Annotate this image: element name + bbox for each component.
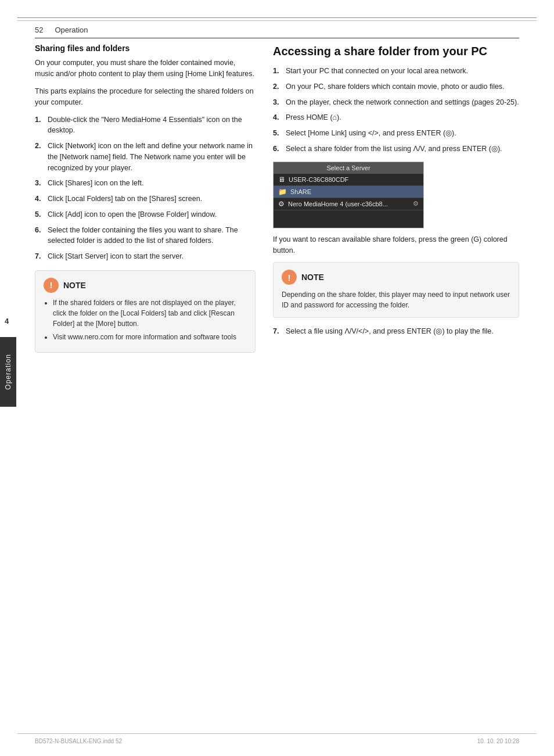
left-step-1-num: 1. [35,114,44,137]
left-step-4-text: Click [Local Folders] tab on the [Shares… [48,194,256,205]
left-column: Sharing files and folders On your comput… [35,44,256,721]
left-note-bullet-2: Visit www.nero.com for more information … [53,332,247,342]
screenshot-row-3-action: ⚙ [413,200,419,207]
page-number: 52 [35,26,43,34]
left-note-icon: ! [44,278,59,293]
screenshot-row-3-label: Nero MediaHome 4 (user-c36cb8... [288,200,388,207]
left-note-header: ! NOTE [44,278,247,293]
left-step-6-num: 6. [35,225,44,247]
screenshot-empty [274,210,423,228]
right-note-text: Depending on the share folder, this play… [282,289,510,310]
left-step-6: 6. Select the folder containing the file… [35,225,256,247]
folder-icon: 📁 [278,188,287,196]
right-step-3: 3. On the player, check the network conn… [273,97,519,108]
left-note-bullet-1: If the shared folders or files are not d… [53,298,247,329]
computer-icon: 🖥 [278,175,285,184]
left-note-bullets: If the shared folders or files are not d… [44,298,247,342]
left-step-5-num: 5. [35,209,44,220]
right-step-4: 4. Press HOME (⌂). [273,112,519,123]
left-step-2-num: 2. [35,141,44,173]
sidebar-label: Operation [4,354,12,390]
bottom-right-text: 10. 10. 20 10:28 [477,738,519,744]
right-step-3-text: On the player, check the network connect… [286,97,519,108]
screenshot-row-2-label: ShARE [290,188,311,195]
page-section-title: Operation [55,26,88,34]
top-border-inner [17,20,537,21]
screenshot-row-1: 🖥 USER-C36C880CDF [274,174,423,186]
right-step-7-text: Select a file using Λ/V/</>, and press E… [286,326,519,337]
right-note-header: ! NOTE [282,270,510,285]
right-step-3-num: 3. [273,97,282,108]
right-step-5-text: Select [Home Link] using </>, and press … [286,128,519,139]
right-step-1: 1. Start your PC that connected on your … [273,66,519,77]
right-step-6: 6. Select a share folder from the list u… [273,144,519,155]
left-step-6-text: Select the folder containing the files y… [48,225,256,247]
left-step-1-text: Double-click the "Nero MediaHome 4 Essen… [48,114,256,137]
left-step-1: 1. Double-click the "Nero MediaHome 4 Es… [35,114,256,137]
left-heading: Sharing files and folders [35,44,256,53]
screenshot-row-3: ⚙ Nero MediaHome 4 (user-c36cb8... ⚙ [274,198,423,210]
right-heading: Accessing a share folder from your PC [273,44,519,59]
right-step-4-num: 4. [273,112,282,123]
left-step-4-num: 4. [35,194,44,205]
left-step-7-num: 7. [35,251,44,262]
right-step-5: 5. Select [Home Link] using </>, and pre… [273,128,519,139]
left-note-box: ! NOTE If the shared folders or files ar… [35,270,256,353]
screenshot-row-2: 📁 ShARE [274,186,423,198]
page-header: 52 Operation [35,26,519,34]
left-step-7: 7. Click [Start Server] icon to start th… [35,251,256,262]
left-step-5: 5. Click [Add] icon to open the [Browse … [35,209,256,220]
right-steps-list: 1. Start your PC that connected on your … [273,66,519,155]
page: 52 Operation 4 Operation Sharing files a… [0,0,554,756]
right-step-7: 7. Select a file using Λ/V/</>, and pres… [273,326,519,337]
left-step-2: 2. Click [Network] icon on the left and … [35,141,256,173]
left-step-2-text: Click [Network] icon on the left and def… [48,141,256,173]
right-step-1-num: 1. [273,66,282,77]
left-intro1: On your computer, you must share the fol… [35,58,256,80]
bottom-border [17,733,537,734]
right-step-2-text: On your PC, share folders which contain … [286,81,519,92]
right-note-box: ! NOTE Depending on the share folder, th… [273,262,519,318]
right-step-6-num: 6. [273,144,282,155]
right-step-5-num: 5. [273,128,282,139]
right-step-6-text: Select a share folder from the list usin… [286,144,519,155]
right-column: Accessing a share folder from your PC 1.… [273,44,519,721]
left-steps-list: 1. Double-click the "Nero MediaHome 4 Es… [35,114,256,262]
app-icon: ⚙ [278,200,285,208]
right-step-7-num: 7. [273,326,282,337]
header-rule [35,38,519,38]
left-step-5-text: Click [Add] icon to open the [Browse Fol… [48,209,256,220]
right-step7-list: 7. Select a file using Λ/V/</>, and pres… [273,326,519,337]
right-note-title: NOTE [301,273,324,282]
bottom-info: BD572-N-BUSALLK-ENG.indd 52 10. 10. 20 1… [35,738,519,744]
left-step-7-text: Click [Start Server] icon to start the s… [48,251,256,262]
right-step-2: 2. On your PC, share folders which conta… [273,81,519,92]
sidebar-tab: Operation [0,337,16,407]
main-content: Sharing files and folders On your comput… [35,44,519,721]
screenshot-box: Select a Server 🖥 USER-C36C880CDF 📁 ShAR… [273,162,424,228]
left-step-3-num: 3. [35,178,44,189]
top-border-outer [17,17,537,18]
left-note-title: NOTE [63,281,86,290]
right-step-2-num: 2. [273,81,282,92]
left-step-3: 3. Click [Shares] icon on the left. [35,178,256,189]
screenshot-row-1-label: USER-C36C880CDF [289,176,348,183]
right-step-4-text: Press HOME (⌂). [286,112,519,123]
left-step-4: 4. Click [Local Folders] tab on the [Sha… [35,194,256,205]
bottom-left-text: BD572-N-BUSALLK-ENG.indd 52 [35,738,122,744]
sidebar-number: 4 [5,317,9,325]
rescan-text: If you want to rescan available share fo… [273,234,519,257]
left-step-3-text: Click [Shares] icon on the left. [48,178,256,189]
screenshot-title: Select a Server [274,162,423,174]
right-note-icon: ! [282,270,297,285]
left-intro2: This parts explains the procedure for se… [35,86,256,109]
right-step-1-text: Start your PC that connected on your loc… [286,66,519,77]
